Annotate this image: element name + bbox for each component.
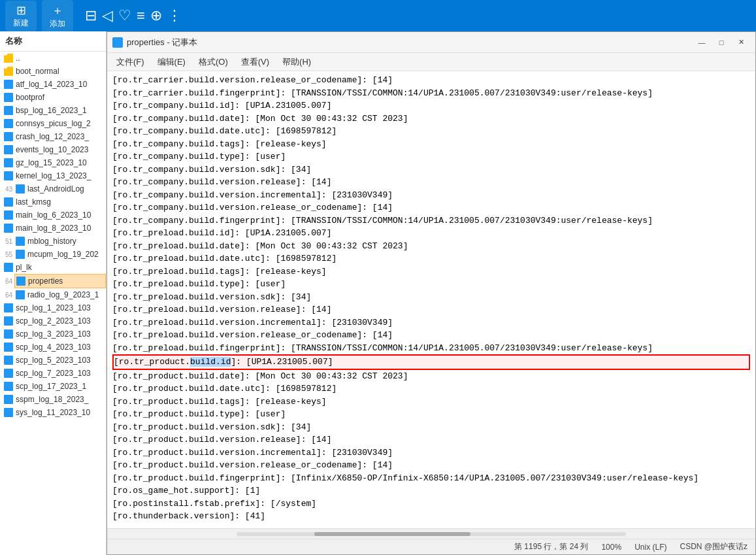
horizontal-scrollbar[interactable] xyxy=(107,528,755,539)
status-line-ending: Unix (LF) xyxy=(634,543,666,552)
sidebar-item-events[interactable]: events_log_10_2023 xyxy=(0,143,106,156)
file-icon xyxy=(4,316,13,326)
file-icon xyxy=(4,210,13,220)
file-icon xyxy=(4,408,13,417)
file-icon xyxy=(4,119,13,128)
sidebar-item-label: boot_normal xyxy=(16,67,59,76)
sidebar-item-sspm[interactable]: sspm_log_18_2023_ xyxy=(0,393,106,406)
sidebar-item-label: bootprof xyxy=(16,93,44,102)
sidebar-item-sys[interactable]: sys_log_11_2023_10 xyxy=(0,406,106,419)
file-icon xyxy=(4,395,13,404)
folder-icon xyxy=(4,54,13,63)
sidebar-item-label: sys_log_11_2023_10 xyxy=(16,408,90,417)
file-icon xyxy=(16,237,25,246)
hscroll-track xyxy=(237,532,625,536)
sidebar-item-label: last_AndroidLog xyxy=(27,184,84,193)
sidebar-item-label: crash_log_12_2023_ xyxy=(16,132,89,141)
sidebar-item-label: .. xyxy=(16,54,20,63)
window-titlebar: properties - 记事本 — □ ✕ xyxy=(107,32,755,53)
sidebar-item-label: scp_log_7_2023_103 xyxy=(16,369,91,378)
sidebar-item-scp3[interactable]: scp_log_3_2023_103 xyxy=(0,328,106,341)
sidebar-item-atf[interactable]: atf_log_14_2023_10 xyxy=(0,78,106,91)
sidebar-item-label: scp_log_2_2023_103 xyxy=(16,316,91,326)
file-icon xyxy=(4,382,13,391)
sidebar-item-connsys[interactable]: connsys_picus_log_2 xyxy=(0,117,106,130)
sidebar-item-kernel[interactable]: kernel_log_13_2023_ xyxy=(0,169,106,182)
sidebar-item-last-kmsg[interactable]: last_kmsg xyxy=(0,195,106,209)
sidebar-item-label: events_log_10_2023 xyxy=(16,145,88,154)
grid-icon[interactable]: ⋮ xyxy=(167,7,182,24)
status-position: 第 1195 行，第 24 列 xyxy=(514,541,588,552)
notepad-text-area[interactable]: [ro.tr_carrier.build.version.release_or_… xyxy=(107,71,755,528)
sidebar-item-label: mcupm_log_19_202 xyxy=(27,250,99,259)
file-icon xyxy=(4,158,13,167)
sidebar-item-last-androidlog[interactable]: last_AndroidLog xyxy=(14,182,106,195)
sidebar-item-scp7[interactable]: scp_log_7_2023_103 xyxy=(0,367,106,380)
sidebar-item-label: connsys_picus_log_2 xyxy=(16,119,91,128)
add-button[interactable]: ＋ 添加 xyxy=(42,0,73,32)
sidebar-item-label: scp_log_1_2023_103 xyxy=(16,303,91,312)
sidebar-item-label: kernel_log_13_2023_ xyxy=(16,171,91,180)
nav-icon-2[interactable]: ◁ xyxy=(102,7,113,24)
globe-icon[interactable]: ⊕ xyxy=(150,7,162,24)
line-43: 43 xyxy=(0,186,14,193)
list-icon[interactable]: ≡ xyxy=(137,7,145,24)
sidebar-item-label: gz_log_15_2023_10 xyxy=(16,158,87,167)
nav-icon-1[interactable]: ⊟ xyxy=(85,7,97,24)
sidebar-item-label: scp_log_3_2023_103 xyxy=(16,329,91,339)
sidebar-item-main8[interactable]: main_log_8_2023_10 xyxy=(0,222,106,235)
file-icon xyxy=(4,132,13,141)
hscroll-thumb[interactable] xyxy=(314,532,470,536)
maximize-button[interactable]: □ xyxy=(712,36,731,49)
sidebar-item-label: scp_log_17_2023_1 xyxy=(16,382,86,391)
sidebar-item-properties[interactable]: properties xyxy=(14,274,106,288)
sidebar-item-label: properties xyxy=(28,277,63,286)
sidebar-item-scp4[interactable]: scp_log_4_2023_103 xyxy=(0,341,106,354)
file-icon xyxy=(4,329,13,339)
notepad-window: properties - 记事本 — □ ✕ 文件(F) 编辑(E) 格式(O)… xyxy=(107,31,756,555)
main-area: 名称 .. boot_normal atf_log_14_2023_10 boo… xyxy=(0,31,756,555)
notepad-app-icon xyxy=(112,37,123,48)
line-64: 64 xyxy=(0,278,14,285)
add-label: 添加 xyxy=(50,18,65,29)
sidebar-item-mcupm[interactable]: mcupm_log_19_202 xyxy=(14,248,106,261)
notepad-statusbar: 第 1195 行，第 24 列 100% Unix (LF) CSDN @围炉夜… xyxy=(107,539,755,554)
heart-icon[interactable]: ♡ xyxy=(118,7,131,24)
minimize-button[interactable]: — xyxy=(693,36,711,49)
sidebar-item-parent[interactable]: .. xyxy=(0,52,106,65)
sidebar-item-bootprof[interactable]: bootprof xyxy=(0,91,106,104)
folder-icon xyxy=(4,67,13,76)
status-encoding: CSDN @围炉夜话z xyxy=(680,541,748,552)
menu-help[interactable]: 帮助(H) xyxy=(276,54,318,70)
sidebar-item-label: mblog_history xyxy=(27,237,76,246)
file-icon xyxy=(4,171,13,180)
menu-format[interactable]: 格式(O) xyxy=(192,54,235,70)
sidebar-item-main6[interactable]: main_log_6_2023_10 xyxy=(0,209,106,222)
file-icon xyxy=(16,184,25,193)
new-button[interactable]: ⊞ 新建 xyxy=(5,1,37,31)
sidebar-item-scp2[interactable]: scp_log_2_2023_103 xyxy=(0,314,106,328)
sidebar-item-scp5[interactable]: scp_log_5_2023_103 xyxy=(0,354,106,367)
sidebar-item-label: pl_lk xyxy=(16,263,32,272)
taskbar: ⊞ 新建 ＋ 添加 ⊟ ◁ ♡ ≡ ⊕ ⋮ xyxy=(0,0,756,31)
file-icon xyxy=(4,303,13,312)
sidebar-item-mblog[interactable]: mblog_history xyxy=(14,235,106,248)
menu-file[interactable]: 文件(F) xyxy=(110,54,151,70)
sidebar-item-pl-lk[interactable]: pl_lk xyxy=(0,261,106,274)
file-icon xyxy=(4,93,13,102)
file-icon xyxy=(16,277,25,286)
sidebar-item-gz[interactable]: gz_log_15_2023_10 xyxy=(0,156,106,169)
sidebar-item-radio[interactable]: radio_log_9_2023_1 xyxy=(14,288,106,301)
sidebar-item-scp1[interactable]: scp_log_1_2023_103 xyxy=(0,301,106,314)
line-51: 51 xyxy=(0,238,14,245)
highlighted-line: [ro.tr_product.build.id]: [UP1A.231005.0… xyxy=(112,354,750,370)
sidebar-item-bsp[interactable]: bsp_log_16_2023_1 xyxy=(0,104,106,117)
menu-edit[interactable]: 编辑(E) xyxy=(151,54,192,70)
sidebar-item-label: last_kmsg xyxy=(16,197,51,207)
menu-view[interactable]: 查看(V) xyxy=(235,54,276,70)
close-button[interactable]: ✕ xyxy=(732,36,750,49)
sidebar-item-boot-normal[interactable]: boot_normal xyxy=(0,65,106,78)
sidebar-item-crash[interactable]: crash_log_12_2023_ xyxy=(0,130,106,143)
sidebar-item-scp17[interactable]: scp_log_17_2023_1 xyxy=(0,380,106,393)
file-icon xyxy=(4,197,13,207)
